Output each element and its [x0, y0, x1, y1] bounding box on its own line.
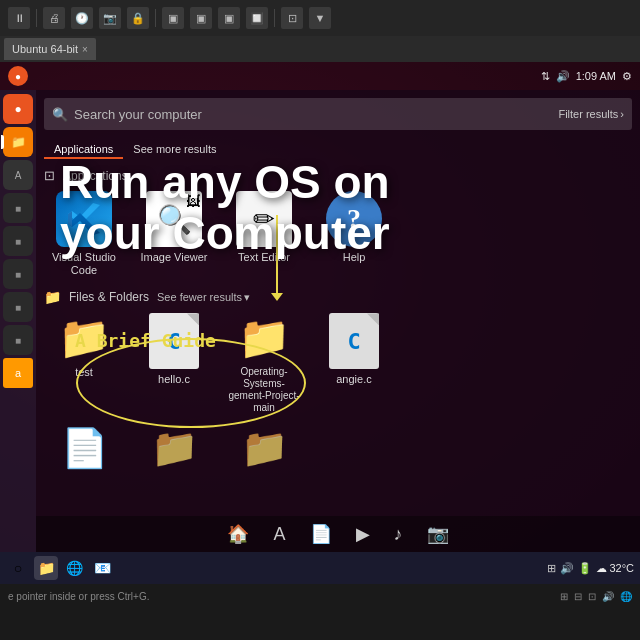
- files-folder-icon: 📁: [44, 289, 61, 305]
- app-item-help[interactable]: ? Help: [314, 191, 394, 264]
- taskbar-mail-icon[interactable]: 📧: [90, 556, 114, 580]
- weather-badge: ☁ 32°C: [596, 562, 634, 575]
- tab-applications[interactable]: Applications: [44, 141, 123, 159]
- results-area: ⊡ Applications Visual Studio Code: [44, 168, 632, 512]
- launcher-app3[interactable]: ■: [3, 226, 33, 256]
- launcher-app1[interactable]: A: [3, 160, 33, 190]
- app-icons-row: Visual Studio Code 🔍 🖼 Image Viewer ✏ Te…: [44, 191, 632, 277]
- files-section-header: 📁 Files & Folders See fewer results ▾: [44, 289, 632, 305]
- texteditor-label: Text Editor: [238, 251, 290, 264]
- filter-arrow-icon: ›: [620, 108, 624, 120]
- ubuntu-top-panel: ● ⇅ 🔊 1:09 AM ⚙: [0, 62, 640, 90]
- dash-file-icon[interactable]: 📄: [310, 523, 332, 545]
- files-row-1: 📁 test C hello.c 📁 Operating-Systems-gem…: [44, 313, 632, 414]
- dash-home-icon[interactable]: 🏠: [227, 523, 249, 545]
- dash-app-icon[interactable]: A: [273, 524, 285, 545]
- dash-music-icon[interactable]: ♪: [394, 524, 403, 545]
- status-bar: e pointer inside or press Ctrl+G. ⊞ ⊟ ⊡ …: [0, 584, 640, 608]
- imageviewer-label: Image Viewer: [140, 251, 207, 264]
- dash-video-icon[interactable]: ▶: [356, 523, 370, 545]
- taskbar-right: ⊞ 🔊 🔋 ☁ 32°C: [547, 562, 634, 575]
- tab-label: Ubuntu 64-bit: [12, 43, 78, 55]
- vscode-icon: [56, 191, 112, 247]
- tab-bar: Ubuntu 64-bit ×: [0, 36, 640, 62]
- taskbar-home-icon[interactable]: ○: [6, 556, 30, 580]
- tab-close-button[interactable]: ×: [82, 44, 88, 55]
- applications-section-label: Applications: [63, 169, 128, 183]
- unity-launcher: ● 📁 A ■ ■ ■ ■ ■ a: [0, 90, 36, 584]
- file-item-doc[interactable]: 📄: [44, 426, 124, 474]
- tab-ubuntu[interactable]: Ubuntu 64-bit ×: [4, 38, 96, 60]
- launcher-app2[interactable]: ■: [3, 193, 33, 223]
- arrow-btn[interactable]: ▼: [309, 7, 331, 29]
- clock-button[interactable]: 🕐: [71, 7, 93, 29]
- settings-icon[interactable]: ⚙: [622, 70, 632, 83]
- taskbar-sound-icon: 🔊: [560, 562, 574, 575]
- doc-icon: 📄: [61, 426, 108, 470]
- separator2: [155, 9, 156, 27]
- app-item-vscode[interactable]: Visual Studio Code: [44, 191, 124, 277]
- weather-icon: ☁: [596, 562, 607, 575]
- lock-button[interactable]: 🔒: [127, 7, 149, 29]
- separator: [36, 9, 37, 27]
- file-item-hello-c[interactable]: C hello.c: [134, 313, 214, 386]
- vscode-label: Visual Studio Code: [45, 251, 123, 277]
- tab-see-more[interactable]: See more results: [123, 141, 226, 159]
- filter-results-button[interactable]: Filter results ›: [558, 108, 624, 120]
- launcher-app6[interactable]: ■: [3, 325, 33, 355]
- taskbar-network-icon: ⊞: [547, 562, 556, 575]
- dash-overlay: 🔍 Search your computer Filter results › …: [36, 90, 640, 552]
- panel-right: ⇅ 🔊 1:09 AM ⚙: [541, 70, 632, 83]
- file-item-folder2[interactable]: 📁: [134, 426, 214, 474]
- term-btn[interactable]: ⊡: [281, 7, 303, 29]
- taskbar-files-icon[interactable]: 📁: [34, 556, 58, 580]
- hello-c-label: hello.c: [158, 373, 190, 386]
- view-btn-3[interactable]: ▣: [218, 7, 240, 29]
- ubuntu-bottom-taskbar: ○ 📁 🌐 📧 ⊞ 🔊 🔋 ☁ 32°C: [0, 552, 640, 584]
- launcher-ubuntu[interactable]: ●: [3, 94, 33, 124]
- app-item-texteditor[interactable]: ✏ Text Editor: [224, 191, 304, 264]
- taskbar-browser-icon[interactable]: 🌐: [62, 556, 86, 580]
- angie-c-icon: C: [329, 313, 379, 369]
- view-btn-4[interactable]: 🔲: [246, 7, 268, 29]
- osproject-folder-icon: 📁: [238, 313, 290, 362]
- app-item-imageviewer[interactable]: 🔍 🖼 Image Viewer: [134, 191, 214, 264]
- see-fewer-button[interactable]: See fewer results ▾: [157, 291, 250, 304]
- files-row-2: 📄 📁 📁: [44, 426, 632, 474]
- print-button[interactable]: 🖨: [43, 7, 65, 29]
- folder2-icon: 📁: [151, 426, 198, 470]
- dash-photo-icon[interactable]: 📷: [427, 523, 449, 545]
- cam-button[interactable]: 📷: [99, 7, 121, 29]
- ubuntu-logo[interactable]: ●: [8, 66, 28, 86]
- launcher-files[interactable]: 📁: [3, 127, 33, 157]
- status-right: ⊞ ⊟ ⊡ 🔊 🌐: [560, 591, 632, 602]
- help-label: Help: [343, 251, 366, 264]
- status-icon-2: ⊟: [574, 591, 582, 602]
- launcher-app5[interactable]: ■: [3, 292, 33, 322]
- file-item-osproject[interactable]: 📁 Operating-Systems-gement-Project-main: [224, 313, 304, 414]
- file-item-angie-c[interactable]: C angie.c: [314, 313, 394, 386]
- network-icon: ⇅: [541, 70, 550, 83]
- arrow-indicator: [276, 215, 278, 295]
- pause-button[interactable]: ⏸: [8, 7, 30, 29]
- see-fewer-arrow-icon: ▾: [244, 291, 250, 304]
- file-item-test[interactable]: 📁 test: [44, 313, 124, 379]
- svg-marker-2: [68, 211, 72, 227]
- file-item-folder3[interactable]: 📁: [224, 426, 304, 474]
- view-btn-1[interactable]: ▣: [162, 7, 184, 29]
- files-section-label: Files & Folders: [69, 290, 149, 304]
- status-icon-3: ⊡: [588, 591, 596, 602]
- launcher-app4[interactable]: ■: [3, 259, 33, 289]
- search-bar[interactable]: 🔍 Search your computer Filter results ›: [44, 98, 632, 130]
- taskbar-battery-icon: 🔋: [578, 562, 592, 575]
- launcher-amazon[interactable]: a: [3, 358, 33, 388]
- angie-c-label: angie.c: [336, 373, 371, 386]
- texteditor-icon: ✏: [236, 191, 292, 247]
- dash-bottom-bar: 🏠 A 📄 ▶ ♪ 📷: [36, 516, 640, 552]
- applications-section-icon: ⊡: [44, 168, 55, 183]
- applications-section-header: ⊡ Applications: [44, 168, 632, 183]
- host-top-bar: ⏸ 🖨 🕐 📷 🔒 ▣ ▣ ▣ 🔲 ⊡ ▼: [0, 0, 640, 36]
- imageviewer-icon: 🔍 🖼: [146, 191, 202, 247]
- view-btn-2[interactable]: ▣: [190, 7, 212, 29]
- osproject-label: Operating-Systems-gement-Project-main: [225, 366, 303, 414]
